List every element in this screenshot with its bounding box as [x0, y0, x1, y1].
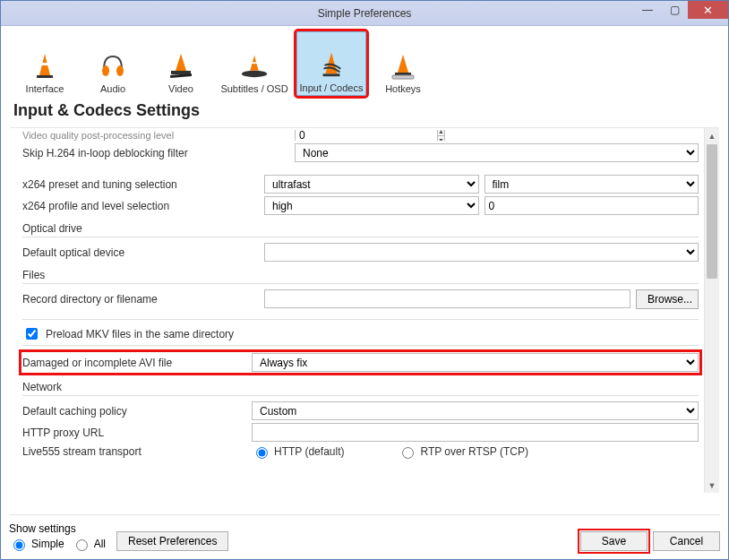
group-files: Files	[22, 269, 699, 281]
svg-marker-13	[398, 55, 408, 73]
svg-point-3	[102, 65, 109, 76]
subtitles-icon	[240, 51, 269, 80]
http-proxy-input[interactable]	[252, 423, 699, 442]
field-label: Default optical device	[22, 246, 264, 259]
video-quality-spin[interactable]	[295, 130, 437, 141]
field-label: HTTP proxy URL	[22, 426, 252, 439]
vertical-scrollbar[interactable]: ▲ ▼	[704, 128, 719, 493]
hotkeys-icon	[389, 51, 417, 80]
field-label: Record directory or filename	[22, 293, 264, 306]
category-label: Subtitles / OSD	[220, 83, 287, 94]
group-optical: Optical drive	[22, 222, 699, 235]
minimize-button[interactable]: —	[634, 1, 661, 19]
scroll-down-icon[interactable]: ▼	[705, 478, 719, 493]
category-interface[interactable]: Interface	[13, 31, 76, 96]
preload-mkv-checkbox[interactable]	[26, 328, 38, 340]
scroll-thumb[interactable]	[707, 144, 717, 279]
show-all-radio[interactable]: All	[72, 537, 106, 551]
field-label: Live555 stream transport	[22, 445, 252, 458]
maximize-button[interactable]: ▢	[661, 1, 688, 19]
x264-tuning-select[interactable]: film	[485, 175, 699, 194]
checkbox-label: Preload MKV files in the same directory	[46, 328, 234, 340]
x264-preset-select[interactable]: ultrafast	[264, 175, 479, 194]
avi-fix-row: Damaged or incomplete AVI file Always fi…	[21, 351, 700, 374]
window-title: Simple Preferences	[318, 7, 412, 20]
category-label: Hotkeys	[385, 83, 421, 94]
close-button[interactable]: ✕	[688, 1, 728, 19]
spin-down-icon[interactable]: ▼	[437, 135, 445, 142]
category-input-codecs[interactable]: Input / Codecs	[296, 31, 366, 96]
caching-policy-select[interactable]: Custom	[252, 401, 699, 420]
cone-icon	[30, 51, 59, 80]
svg-rect-2	[41, 63, 48, 65]
titlebar: Simple Preferences — ▢ ✕	[1, 1, 728, 26]
svg-marker-5	[176, 54, 186, 71]
svg-rect-12	[323, 73, 340, 76]
live555-http-radio[interactable]: HTTP (default)	[252, 444, 344, 459]
field-label: x264 preset and tuning selection	[22, 178, 264, 191]
optical-device-select[interactable]	[264, 243, 699, 262]
skip-h264-select[interactable]: None	[295, 143, 699, 162]
browse-button[interactable]: Browse...	[636, 289, 699, 309]
group-network: Network	[22, 381, 699, 393]
avi-fix-select[interactable]: Always fix	[252, 353, 699, 372]
clapper-icon	[167, 51, 195, 80]
svg-marker-11	[325, 53, 337, 74]
show-settings-label: Show settings	[9, 522, 106, 535]
live555-rtp-radio[interactable]: RTP over RTSP (TCP)	[398, 444, 527, 459]
field-label: Skip H.264 in-loop deblocking filter	[22, 147, 264, 159]
field-label: Default caching policy	[22, 405, 252, 418]
category-label: Input / Codecs	[300, 82, 364, 93]
category-audio[interactable]: Audio	[81, 31, 144, 96]
record-directory-input[interactable]	[264, 289, 630, 308]
svg-rect-10	[251, 62, 258, 64]
cancel-button[interactable]: Cancel	[653, 531, 720, 551]
field-label: Video quality post-processing level	[22, 130, 264, 141]
svg-point-8	[242, 71, 267, 78]
svg-rect-15	[392, 75, 414, 79]
category-hotkeys[interactable]: Hotkeys	[372, 31, 434, 96]
svg-point-4	[116, 65, 124, 76]
headphones-icon	[99, 51, 127, 80]
category-label: Video	[168, 83, 193, 94]
field-label: x264 profile and level selection	[22, 200, 264, 212]
category-video[interactable]: Video	[150, 31, 212, 96]
field-label: Damaged or incomplete AVI file	[22, 357, 252, 369]
show-simple-radio[interactable]: Simple	[9, 537, 64, 551]
save-button[interactable]: Save	[580, 531, 648, 551]
x264-level-input[interactable]	[485, 196, 699, 215]
codecs-icon	[317, 50, 346, 79]
svg-rect-1	[37, 75, 53, 78]
page-heading: Input & Codecs Settings	[1, 99, 728, 125]
category-label: Interface	[26, 83, 64, 94]
x264-profile-select[interactable]: high	[264, 196, 479, 215]
category-subtitles[interactable]: Subtitles / OSD	[218, 31, 291, 96]
settings-scroll-pane: Video quality post-processing level ▲▼ S…	[10, 128, 704, 493]
scroll-up-icon[interactable]: ▲	[705, 128, 719, 143]
category-label: Audio	[100, 83, 125, 94]
footer: Show settings Simple All Reset Preferenc…	[9, 514, 720, 551]
reset-preferences-button[interactable]: Reset Preferences	[116, 531, 228, 551]
category-bar: Interface Audio Video Subtitles / OSD In…	[1, 26, 728, 99]
